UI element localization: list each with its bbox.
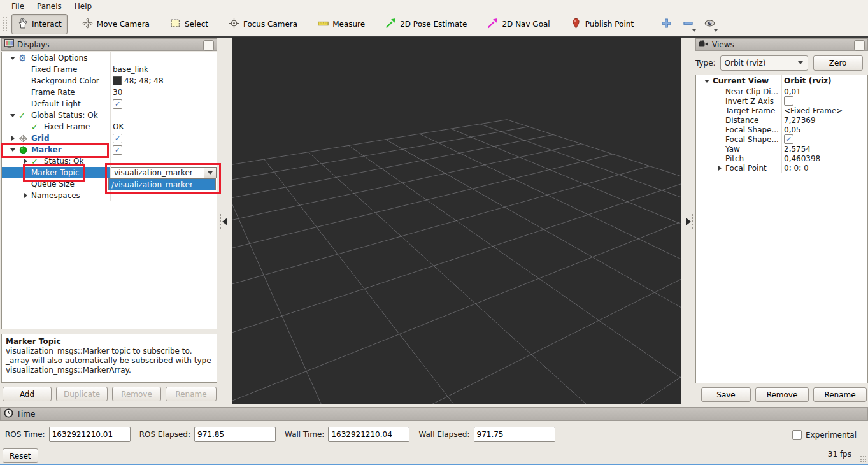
checkbox-checked[interactable]: ✓ — [113, 134, 122, 143]
views-save-button[interactable]: Save — [701, 387, 751, 402]
views-row-target-frame[interactable]: Target Frame<Fixed Frame> — [696, 106, 867, 115]
ground-grid — [232, 37, 681, 404]
pose-arrow-icon — [385, 18, 396, 31]
views-label: Pitch — [725, 154, 744, 163]
expander-open-icon[interactable] — [7, 114, 18, 117]
collapse-right-panel-icon[interactable] — [686, 218, 691, 225]
property-value: 0,460398 — [784, 154, 820, 163]
views-row-yaw[interactable]: Yaw2,5754 — [696, 144, 867, 154]
views-row-near-clip-di[interactable]: Near Clip Di...0,01 — [696, 87, 867, 96]
view-type-row: Type: Orbit (rviz) Zero — [695, 55, 867, 71]
displays-row-global-options[interactable]: ⚙Global Options — [2, 52, 217, 64]
toolbar-grip[interactable] — [3, 17, 8, 32]
displays-row-marker-topic[interactable]: Marker Topicvisualization_marker — [2, 167, 217, 178]
time-field-label: Wall Elapsed: — [418, 430, 469, 439]
displays-buttons: AddDuplicateRemoveRename — [3, 387, 217, 401]
displays-row-fixed-frame[interactable]: Fixed Framebase_link — [2, 64, 217, 75]
tool-move-camera[interactable]: Move Camera — [76, 14, 155, 34]
expander-open-icon[interactable] — [701, 80, 713, 83]
displays-help-splitter[interactable] — [1, 329, 217, 334]
ros-elapsed-input[interactable] — [194, 427, 276, 442]
dropdown-option[interactable]: /visualization_marker — [109, 179, 215, 190]
3d-viewport[interactable] — [232, 37, 681, 404]
property-value: OK — [113, 122, 124, 131]
tool-2d-pose-estimate[interactable]: 2D Pose Estimate — [380, 14, 473, 34]
help-text: visualization_msgs::Marker topic to subs… — [6, 347, 213, 375]
chevron-down-icon — [798, 61, 803, 64]
menu-help[interactable]: Help — [68, 1, 98, 12]
displays-duplicate-button[interactable]: Duplicate — [56, 387, 108, 401]
views-row-focal-point[interactable]: Focal Point0; 0; 0 — [696, 163, 867, 173]
views-row-current-view[interactable]: Current ViewOrbit (rviz) — [696, 75, 867, 87]
menu-panels[interactable]: Panels — [31, 1, 68, 12]
tool-measure[interactable]: Measure — [312, 14, 371, 34]
displays-row-fixed-frame[interactable]: ✓Fixed FrameOK — [2, 121, 217, 132]
views-label: Invert Z Axis — [725, 97, 774, 106]
checkbox-checked[interactable]: ✓ — [784, 134, 793, 144]
displays-rename-button[interactable]: Rename — [166, 387, 217, 401]
displays-row-namespaces[interactable]: Namespaces — [2, 190, 217, 201]
expander-open-icon[interactable] — [7, 57, 18, 60]
displays-row-status-ok[interactable]: ✓Status: Ok — [2, 155, 217, 167]
displays-row-marker[interactable]: Marker✓ — [2, 144, 217, 155]
menu-file[interactable]: File — [5, 1, 31, 12]
wall-elapsed-input[interactable] — [474, 427, 555, 442]
displays-panel-header: Displays — [1, 38, 217, 51]
views-label: Focal Point — [725, 164, 767, 173]
tool-publish-point[interactable]: Publish Point — [565, 14, 639, 34]
displays-label: Background Color — [31, 76, 99, 85]
views-row-invert-z-axis[interactable]: Invert Z Axis — [696, 96, 867, 106]
views-row-focal-shape[interactable]: Focal Shape...0,05 — [696, 125, 867, 134]
displays-row-global-status-ok[interactable]: ✓Global Status: Ok — [2, 110, 217, 121]
displays-row-background-color[interactable]: Background Color48; 48; 48 — [2, 75, 217, 87]
focus-icon — [229, 18, 239, 31]
ros-time-input[interactable] — [49, 427, 131, 442]
left-dock-splitter[interactable] — [217, 37, 232, 406]
displays-remove-button[interactable]: Remove — [112, 387, 161, 401]
tool-visibility-button[interactable] — [701, 16, 718, 32]
combo-dropdown-button[interactable] — [204, 168, 216, 178]
tool-interact[interactable]: Interact — [11, 14, 68, 34]
expander-open-icon[interactable] — [7, 148, 18, 152]
expander-closed-icon[interactable] — [20, 159, 31, 164]
add-tool-button[interactable] — [658, 16, 674, 32]
displays-row-grid[interactable]: Grid✓ — [2, 132, 217, 144]
views-tree: Current ViewOrbit (rviz)Near Clip Di...0… — [695, 75, 868, 383]
expander-closed-icon[interactable] — [20, 193, 31, 198]
checkbox-checked[interactable]: ✓ — [113, 145, 122, 155]
displays-tree: ⚙Global OptionsFixed Framebase_linkBackg… — [1, 52, 217, 329]
expander-closed-icon[interactable] — [714, 166, 725, 171]
reset-button[interactable]: Reset — [3, 448, 38, 463]
checkbox-unchecked[interactable] — [784, 96, 793, 106]
marker-icon — [18, 145, 31, 155]
displays-row-frame-rate[interactable]: Frame Rate30 — [2, 87, 217, 98]
right-dock-splitter[interactable] — [681, 37, 695, 406]
views-label: Distance — [725, 116, 758, 125]
tool-focus-camera[interactable]: Focus Camera — [223, 14, 303, 34]
property-value: 0,05 — [784, 125, 801, 134]
displays-add-button[interactable]: Add — [3, 387, 52, 401]
views-row-pitch[interactable]: Pitch0,460398 — [696, 154, 867, 163]
displays-float-button[interactable] — [203, 40, 214, 51]
zero-button[interactable]: Zero — [813, 55, 863, 71]
tool-select[interactable]: Select — [164, 14, 214, 34]
displays-icon — [4, 39, 14, 50]
view-type-select[interactable]: Orbit (rviz) — [720, 55, 808, 71]
property-value: 0; 0; 0 — [784, 164, 809, 173]
resize-grip[interactable] — [860, 455, 866, 462]
property-value: 48; 48; 48 — [124, 76, 164, 85]
displays-row-default-light[interactable]: Default Light✓ — [2, 98, 217, 110]
views-row-focal-shape[interactable]: Focal Shape...✓ — [696, 134, 867, 144]
views-rename-button[interactable]: Rename — [813, 387, 867, 402]
expander-closed-icon[interactable] — [7, 136, 18, 141]
tool-2d-nav-goal[interactable]: 2D Nav Goal — [481, 14, 555, 34]
collapse-left-panel-icon[interactable] — [222, 218, 227, 225]
remove-tool-button[interactable] — [679, 16, 696, 32]
views-float-button[interactable] — [854, 40, 865, 51]
wall-time-input[interactable] — [328, 427, 409, 442]
experimental-checkbox[interactable] — [792, 430, 802, 440]
checkbox-checked[interactable]: ✓ — [113, 99, 122, 109]
marker-topic-combo[interactable]: visualization_marker — [111, 167, 217, 178]
views-remove-button[interactable]: Remove — [755, 387, 809, 402]
views-row-distance[interactable]: Distance7,27369 — [696, 115, 867, 125]
